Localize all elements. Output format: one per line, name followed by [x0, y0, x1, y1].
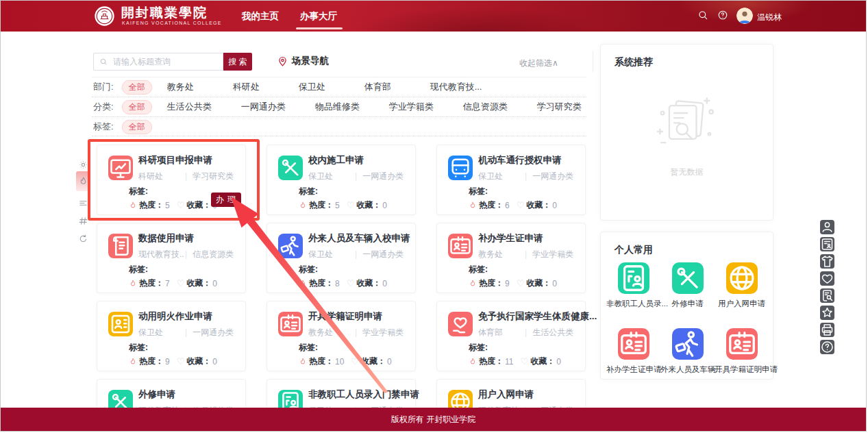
flame-icon	[299, 358, 307, 366]
filter-row-tag: 标签: 全部	[93, 121, 167, 133]
divider	[92, 97, 586, 97]
filter-option[interactable]: 体育部	[364, 81, 391, 93]
personal-item-student-id[interactable]: 补办学生证申请	[606, 328, 660, 375]
personal-frequent-panel: 个人常用 非教职工人员录... 外修申请 用户入网申请 补办学生证申请 外来人员…	[600, 232, 773, 380]
bus-icon	[448, 156, 473, 180]
username[interactable]: 温锐林	[757, 12, 782, 23]
system-recommend-panel: 系统推荐 暂无数据	[600, 44, 773, 221]
heart-icon: ♡	[351, 356, 359, 367]
flame-icon	[129, 280, 137, 288]
service-card-student-id-replacement[interactable]: 补办学生证申请 教务处|学业学籍类 标签: 热度：9 ♡ 收藏：0	[436, 223, 586, 293]
personal-item-network-access[interactable]: 用户入网申请	[715, 262, 769, 309]
filter-option[interactable]: 保卫处	[299, 81, 325, 93]
floating-toolbar	[820, 220, 834, 354]
research-icon	[108, 156, 133, 180]
service-card-fitness-test-exemption[interactable]: 免予执行国家学生体质健康... 体育部|生活公共类 标签: 热度：11 ♡ 收藏…	[436, 301, 586, 371]
tag-label: 标签:	[129, 342, 148, 354]
filter-option[interactable]: 科研处	[233, 81, 260, 93]
tools-icon	[278, 156, 303, 180]
service-title: 外来人员及车辆入校申请	[308, 232, 410, 245]
hash-icon[interactable]	[78, 216, 88, 226]
access-doc-icon	[618, 262, 649, 294]
heart-icon[interactable]	[820, 271, 834, 286]
filter-option[interactable]: 学习研究类	[537, 101, 582, 113]
service-hall-page: 開封職業學院 KAIFENG VOCATIONAL COLLEGE 我的主页 办…	[0, 0, 867, 432]
service-title: 免予执行国家学生体质健康...	[478, 310, 597, 323]
heart-icon: ♡	[517, 278, 525, 288]
service-title: 校内施工申请	[308, 154, 364, 166]
active-tab-underline	[296, 27, 343, 29]
refresh-icon[interactable]	[78, 234, 88, 244]
flame-icon	[129, 201, 137, 210]
service-card-vehicle-pass[interactable]: 机动车通行授权申请 保卫处|一网通办类 标签: 热度：6 ♡ 收藏：0	[436, 145, 586, 215]
doc-user-icon[interactable]	[820, 237, 834, 251]
id-card-icon	[618, 328, 649, 360]
star-icon[interactable]	[820, 306, 834, 320]
globe-icon	[726, 262, 758, 294]
service-title: 机动车通行授权申请	[478, 154, 562, 166]
filter-option-all[interactable]: 全部	[122, 80, 152, 95]
tag-label: 标签:	[469, 264, 488, 275]
search-input[interactable]	[112, 56, 217, 67]
service-meta: 保卫处|一网通办类	[478, 171, 573, 182]
filter-option[interactable]: 现代教育技...	[430, 81, 482, 93]
printer-icon[interactable]	[820, 323, 834, 337]
heart-icon: ♡	[347, 200, 355, 210]
filter-option-all[interactable]: 全部	[122, 100, 152, 114]
search-button[interactable]: 搜 索	[223, 53, 252, 71]
filter-option[interactable]: 生活公共类	[167, 101, 212, 113]
filter-option-all[interactable]: 全部	[122, 120, 152, 134]
filter-option[interactable]: 教务处	[167, 81, 194, 93]
tag-label: 标签:	[129, 264, 148, 275]
filter-option[interactable]: 信息资源类	[463, 101, 508, 113]
app-header: 開封職業學院 KAIFENG VOCATIONAL COLLEGE 我的主页 办…	[1, 1, 866, 32]
personal-item-enrollment-cert[interactable]: 开具学籍证明申请	[715, 328, 769, 375]
handle-button[interactable]: 办 理	[211, 193, 241, 207]
scene-navigation-link[interactable]: 场景导航	[277, 55, 329, 67]
service-card-data-usage[interactable]: 数据使用申请 现代教育技...|信息资源类 标签: 热度：7 ♡ 收藏：0	[97, 223, 246, 293]
service-meta: 保卫处|一网通办类	[308, 249, 404, 260]
personal-item-nonstaff-access[interactable]: 非教职工人员录...	[606, 262, 660, 309]
service-meta: 保卫处|一网通办类	[138, 327, 234, 338]
service-card-visitor-entry[interactable]: 外来人员及车辆入校申请 保卫处|一网通办类 标签: 热度：8 ♡ 收藏：0	[266, 223, 416, 293]
personal-item-external-repair[interactable]: 外修申请	[660, 262, 715, 309]
service-card-enrollment-certificate[interactable]: 开具学籍证明申请 教务处|学业学籍类 标签: 热度：10 ♡ 收藏：0	[266, 301, 416, 371]
flame-icon	[469, 358, 477, 366]
sun-icon[interactable]	[78, 160, 88, 170]
shirt-icon[interactable]	[820, 254, 834, 269]
id-card-icon	[726, 328, 758, 360]
service-stats: 热度：9 ♡ 收藏：0	[469, 277, 558, 289]
divider	[92, 136, 586, 136]
filter-option[interactable]: 学业学籍类	[389, 101, 434, 113]
flame-icon	[299, 280, 307, 288]
heart-icon: ♡	[520, 356, 528, 367]
filter-row-department: 部门: 全部 教务处 科研处 保卫处 体育部 现代教育技...	[93, 81, 521, 93]
service-card-open-fire-work[interactable]: 动用明火作业申请 保卫处|一网通办类 标签: 热度：9 ♡ 收藏：0	[97, 301, 246, 371]
nav-service-hall[interactable]: 办事大厅	[300, 10, 337, 23]
service-card-campus-construction[interactable]: 校内施工申请 保卫处|一网通办类 标签: 热度：5 ♡ 收藏：0	[266, 145, 416, 215]
list-icon[interactable]	[78, 198, 88, 208]
service-title: 外修申请	[138, 388, 175, 401]
user-icon[interactable]	[820, 220, 834, 234]
question-icon[interactable]	[820, 340, 834, 354]
service-meta: 教务处|学业学籍类	[308, 327, 404, 338]
doc-search-icon[interactable]	[820, 288, 834, 303]
personal-item-visitor-entry[interactable]: 外来人员及车辆...	[660, 328, 715, 375]
help-icon[interactable]	[717, 10, 728, 21]
filter-label: 标签:	[93, 121, 114, 133]
title-search-field[interactable]	[93, 53, 223, 71]
service-title: 科研项目申报申请	[138, 154, 212, 166]
avatar[interactable]	[736, 8, 753, 24]
nav-my-homepage[interactable]: 我的主页	[242, 10, 279, 23]
service-card-research-project[interactable]: 科研项目申报申请 科研处|学习研究类 标签: 热度：5 ♡ 收藏：0 办 理	[97, 145, 246, 215]
service-title: 补办学生证申请	[478, 232, 543, 245]
filter-option[interactable]: 物品维修类	[315, 101, 360, 113]
tag-label: 标签:	[299, 264, 318, 275]
collapse-filter-link[interactable]: 收起筛选∧	[519, 58, 558, 69]
panel-title: 个人常用	[615, 244, 653, 256]
search-icon[interactable]	[697, 10, 708, 21]
flame-icon[interactable]	[78, 176, 88, 186]
search-icon	[99, 58, 108, 66]
filter-option[interactable]: 一网通办类	[241, 101, 286, 113]
service-meta: 现代教育技...|信息资源类	[138, 249, 234, 260]
